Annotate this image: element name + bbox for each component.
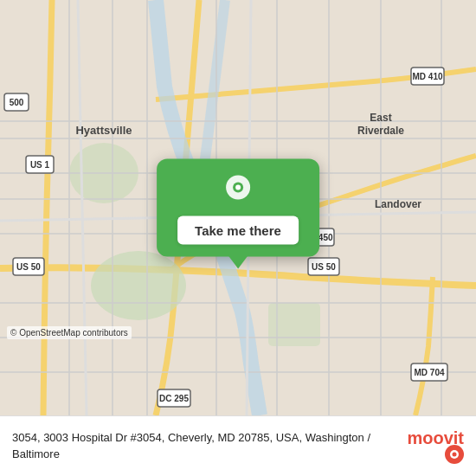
svg-text:US 50: US 50 [312,262,336,272]
destination-bubble: Take me there [157,159,319,257]
take-me-there-button[interactable]: Take me there [177,216,299,245]
svg-text:East: East [370,112,391,124]
map-view: US 50 DC 295 MD 450 MD 410 US 1 MD 704 U… [0,0,476,415]
address-label: 3054, 3003 Hospital Dr #3054, Cheverly, … [12,430,398,461]
svg-text:MD 704: MD 704 [414,368,444,377]
svg-text:500: 500 [10,98,24,107]
location-pin-icon [224,175,252,209]
svg-text:US 1: US 1 [30,160,50,170]
svg-rect-3 [268,303,320,346]
svg-text:US 50: US 50 [16,262,41,272]
navigation-button-overlay: Take me there [157,159,319,257]
svg-text:Landover: Landover [375,198,421,210]
moovit-logo: moovit [407,428,464,464]
moovit-logo-icon [445,445,464,464]
svg-point-47 [453,453,457,457]
svg-point-1 [91,251,186,320]
svg-text:MD 410: MD 410 [412,72,442,81]
svg-text:Riverdale: Riverdale [357,125,404,137]
svg-text:DC 295: DC 295 [159,394,189,403]
svg-point-45 [235,185,241,190]
map-attribution: © OpenStreetMap contributors [7,326,132,339]
bottom-info-bar: 3054, 3003 Hospital Dr #3054, Cheverly, … [0,415,476,476]
svg-text:Hyattsville: Hyattsville [75,124,132,137]
